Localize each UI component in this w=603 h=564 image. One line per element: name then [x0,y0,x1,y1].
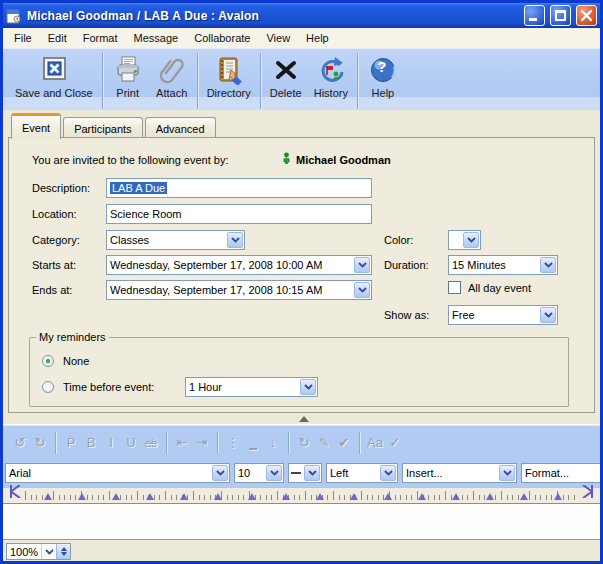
outdent-icon[interactable]: ⇤ [173,435,191,450]
tab-stop-marker[interactable] [486,493,494,500]
tab-stop-marker[interactable] [180,493,188,500]
tab-stop-marker[interactable] [520,493,528,500]
attach-button[interactable]: Attach [150,53,194,105]
menu-message[interactable]: Message [126,29,187,47]
starts-at-select[interactable]: Wednesday, September 17, 2008 10:00 AM [106,255,372,275]
toolbar-separator [166,432,167,454]
tab-stop-marker[interactable] [282,493,290,500]
font-family-select[interactable]: Arial [5,463,230,483]
tab-stop-marker[interactable] [78,493,86,500]
tab-stop-marker[interactable] [554,493,562,500]
bold-icon[interactable]: B [82,435,100,450]
zoom-control[interactable]: 100% [6,543,71,560]
menu-help[interactable]: Help [298,29,337,47]
rotate-icon[interactable]: ↻ [295,435,313,450]
toolbar-separator [359,432,360,454]
format-select[interactable]: Format... [521,463,600,483]
move-down-icon[interactable]: ↓ [264,435,282,450]
font-size-value: 10 [235,467,265,479]
font-size-select[interactable]: 10 [234,463,284,483]
toolbar-separator [55,432,56,454]
app-icon [6,8,22,24]
save-and-close-button[interactable]: Save and Close [9,53,99,105]
reminder-none-radio[interactable] [42,355,54,367]
tab-stop-marker[interactable] [350,493,358,500]
menu-view[interactable]: View [258,29,298,47]
plain-style-icon[interactable]: P [62,435,80,450]
redo-icon[interactable]: ↻ [31,435,49,450]
minimize-button[interactable] [524,5,545,26]
organizer-name: Michael Goodman [296,154,391,166]
approve-icon[interactable]: ✔ [335,435,353,450]
duration-select[interactable]: 15 Minutes [448,255,558,275]
strikethrough-icon[interactable]: ab [142,437,160,449]
tab-advanced[interactable]: Advanced [145,117,216,139]
left-margin-marker[interactable] [8,484,22,502]
print-button[interactable]: Print [106,53,150,105]
history-button[interactable]: History [308,53,354,105]
splitter-grip-icon [299,416,309,422]
menu-edit[interactable]: Edit [40,29,75,47]
duration-value: 15 Minutes [449,259,539,271]
window-frame: Michael Goodman / LAB A Due : Avalon Fil… [3,3,600,561]
maximize-button[interactable] [550,5,571,26]
show-as-select[interactable]: Free [448,305,558,325]
description-input[interactable]: LAB A Due [106,178,372,198]
help-button[interactable]: ? Help [361,53,405,105]
font-color-select[interactable] [288,463,322,483]
reminder-time-value: 1 Hour [186,381,299,393]
save-and-close-icon [38,54,70,86]
undo-icon[interactable]: ↺ [11,435,29,450]
ends-at-select[interactable]: Wednesday, September 17, 2008 10:15 AM [106,280,372,300]
reminder-none-label: None [63,355,89,367]
tab-stop-marker[interactable] [112,493,120,500]
tab-stop-marker[interactable] [214,493,222,500]
directory-button[interactable]: Directory [201,53,257,105]
all-day-checkbox[interactable] [448,281,461,294]
location-input[interactable]: Science Room [106,204,372,224]
reminder-time-select[interactable]: 1 Hour [185,377,318,397]
tab-event[interactable]: Event [11,113,61,139]
all-day-label: All day event [468,282,531,294]
delete-button[interactable]: Delete [264,53,308,105]
find-replace-icon[interactable]: Aa [366,435,384,450]
category-select[interactable]: Classes [106,230,245,250]
list-icon[interactable]: ⋮ [224,435,242,450]
right-margin-marker[interactable] [581,484,595,502]
tab-stop-marker[interactable] [452,493,460,500]
menu-format[interactable]: Format [75,29,126,47]
baseline-icon[interactable]: ‗ [244,435,262,450]
attach-icon [156,54,188,86]
indent-icon[interactable]: ⇥ [193,435,211,450]
tab-stop-marker[interactable] [418,493,426,500]
main-toolbar: Save and Close Print Attach Direc [3,48,600,110]
description-value: LAB A Due [110,182,167,194]
tab-stop-marker[interactable] [384,493,392,500]
close-button[interactable] [576,5,597,26]
tab-stop-marker[interactable] [248,493,256,500]
insert-select[interactable]: Insert... [402,463,517,483]
underline-icon[interactable]: U [122,435,140,450]
italic-icon[interactable]: I [102,435,120,450]
reminder-time-radio[interactable] [42,381,54,393]
ends-at-value: Wednesday, September 17, 2008 10:15 AM [107,284,353,296]
tab-stop-marker[interactable] [146,493,154,500]
tab-stop-marker[interactable] [44,493,52,500]
menu-file[interactable]: File [6,29,40,47]
toolbar-separator [288,432,289,454]
menu-collaborate[interactable]: Collaborate [186,29,258,47]
message-body[interactable] [3,503,600,539]
zoom-spinner[interactable] [56,544,70,559]
spell-check-icon[interactable]: ✓ [386,435,404,450]
tab-participants[interactable]: Participants [63,117,142,139]
pencil-icon[interactable]: ✎ [315,435,333,450]
align-select[interactable]: Left [326,463,398,483]
color-select[interactable] [448,230,481,250]
toolbar-separator [260,53,261,109]
color-label: Color: [384,234,413,246]
menu-bar: FileEditFormatMessageCollaborateViewHelp [3,28,600,48]
maximize-icon [555,10,566,21]
pane-splitter[interactable] [3,413,600,425]
tab-stop-marker[interactable] [316,493,324,500]
chevron-down-icon[interactable] [41,544,56,559]
